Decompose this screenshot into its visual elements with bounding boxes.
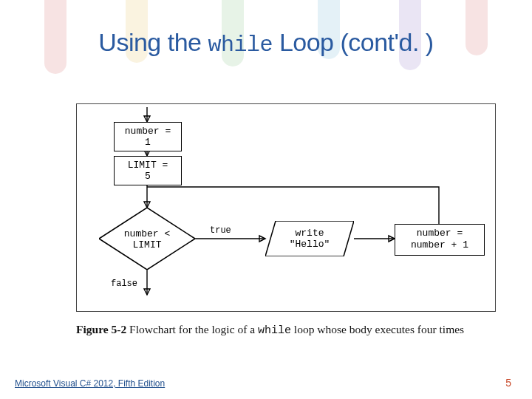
title-pre: Using the xyxy=(98,28,208,56)
footer-source: Microsoft Visual C# 2012, Fifth Edition xyxy=(15,378,165,389)
caption-fig-number: Figure 5-2 xyxy=(76,323,126,335)
process-init-number-text: number = 1 xyxy=(125,126,171,148)
decision-line2: LIMIT xyxy=(132,239,161,250)
process-init-number: number = 1 xyxy=(114,122,182,151)
process-init-limit: LIMIT = 5 xyxy=(114,156,182,185)
io-line2: "Hello" xyxy=(290,239,330,250)
caption-text-1: Flowchart for the logic of a xyxy=(126,323,258,335)
update-line2: number + 1 xyxy=(411,239,468,250)
title-code: while xyxy=(208,33,273,58)
edge-label-true: true xyxy=(210,225,231,236)
slide-title: Using the while Loop (cont'd. ) xyxy=(0,28,532,58)
decision-number-lt-limit: number < LIMIT xyxy=(99,208,195,270)
caption-text-2: loop whose body executes four times xyxy=(291,323,464,335)
io-line1: write xyxy=(295,228,324,239)
title-post: Loop (cont'd. ) xyxy=(273,28,434,56)
edge-label-false: false xyxy=(111,279,137,289)
process-init-limit-text: LIMIT = 5 xyxy=(128,160,168,182)
caption-code: while xyxy=(258,324,291,337)
page-number: 5 xyxy=(505,377,511,389)
io-write-hello: write "Hello" xyxy=(265,221,354,256)
figure-caption: Figure 5-2 Flowchart for the logic of a … xyxy=(76,322,497,338)
figure-frame: number = 1 LIMIT = 5 number < LIMIT true… xyxy=(76,103,496,312)
process-update-number: number = number + 1 xyxy=(395,224,485,256)
update-line1: number = xyxy=(417,228,463,239)
decision-line1: number < xyxy=(124,228,170,239)
